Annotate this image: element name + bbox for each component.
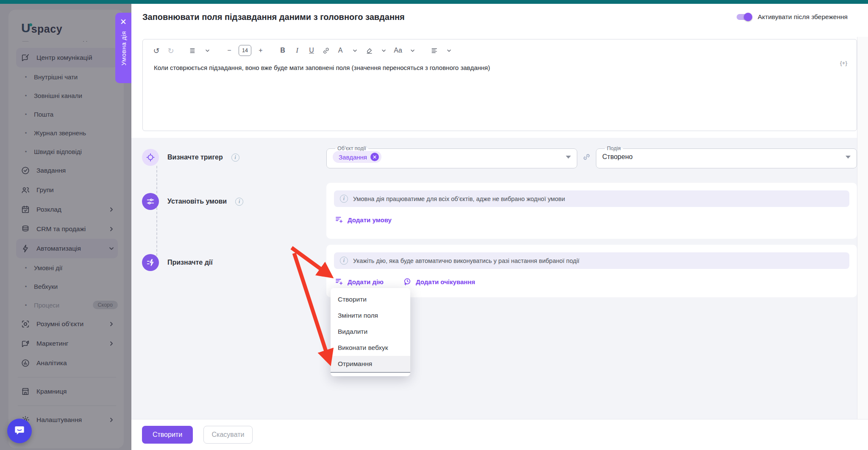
align-left-icon[interactable] bbox=[429, 45, 440, 56]
scrollbar-track[interactable] bbox=[857, 37, 868, 419]
conditions-card: i Умовна дія працюватиме для всіх об’єкт… bbox=[326, 183, 857, 239]
link-chain-icon bbox=[577, 152, 596, 162]
conditions-info-bar: i Умовна дія працюватиме для всіх об’єкт… bbox=[334, 190, 849, 207]
trigger-fields-row: Об’єкт події Завдання ✕ Подія С bbox=[326, 145, 857, 168]
modal-dim-overlay[interactable] bbox=[0, 4, 131, 450]
editor-toolbar: ↺ ↻ − 14 + B I U A bbox=[143, 39, 857, 58]
cancel-button[interactable]: Скасувати bbox=[203, 426, 253, 444]
object-chip[interactable]: Завдання ✕ bbox=[333, 151, 381, 163]
add-wait-link[interactable]: Додати очікування bbox=[403, 277, 475, 286]
line-spacing-icon[interactable] bbox=[188, 45, 198, 56]
description-editor-section: ↺ ↻ − 14 + B I U A bbox=[131, 30, 868, 138]
chevron-down-icon[interactable] bbox=[444, 45, 454, 56]
redo-icon[interactable]: ↻ bbox=[166, 45, 176, 56]
italic-button[interactable]: I bbox=[292, 45, 302, 56]
actions-lightning-icon bbox=[142, 254, 159, 271]
editor-content[interactable]: Коли стоврюється підзадання, воно вже бу… bbox=[143, 58, 857, 77]
toggle-knob bbox=[744, 13, 752, 21]
page-title: Заповнювати поля підзавдання даними з го… bbox=[142, 12, 737, 22]
main-panel: Заповнювати поля підзавдання даними з го… bbox=[131, 4, 868, 450]
menu-item-change-fields[interactable]: Змінити поля bbox=[331, 307, 410, 324]
info-icon[interactable]: i bbox=[231, 154, 239, 162]
underline-button[interactable]: U bbox=[306, 45, 317, 56]
add-action-icon bbox=[335, 277, 343, 286]
chat-bubble-icon bbox=[13, 424, 26, 438]
add-condition-link[interactable]: Додати умову bbox=[335, 215, 392, 224]
step-connector bbox=[156, 166, 157, 256]
dropdown-arrow-icon[interactable] bbox=[846, 156, 851, 159]
rich-text-editor[interactable]: ↺ ↻ − 14 + B I U A bbox=[142, 39, 857, 131]
drawer-tab-label: Умовна дія bbox=[120, 31, 127, 65]
activate-toggle[interactable] bbox=[737, 14, 751, 20]
chat-widget-button[interactable] bbox=[7, 419, 32, 443]
bold-button[interactable]: B bbox=[278, 45, 288, 56]
clock-plus-icon bbox=[403, 277, 412, 286]
action-type-menu: Створити Змінити поля Видалити Виконати … bbox=[331, 288, 410, 376]
menu-item-receiving[interactable]: Отримання bbox=[331, 356, 410, 373]
menu-item-delete[interactable]: Видалити bbox=[331, 324, 410, 340]
conditions-icon bbox=[142, 193, 159, 210]
insert-variable-token[interactable]: {+} bbox=[840, 60, 847, 66]
step-set-conditions: Установіть умови i bbox=[142, 193, 243, 210]
font-size-value[interactable]: 14 bbox=[239, 45, 251, 56]
activate-toggle-label: Активувати після збереження bbox=[758, 13, 848, 21]
arrow-to-add-action bbox=[292, 248, 324, 271]
modal-footer: Створити Скасувати bbox=[131, 419, 868, 450]
info-icon[interactable]: i bbox=[235, 198, 243, 206]
chevron-down-icon[interactable] bbox=[407, 45, 417, 56]
highlight-color-icon[interactable] bbox=[364, 45, 374, 56]
actions-info-bar: i Укажіть дію, яка буде автоматично вико… bbox=[334, 252, 849, 269]
app-screen: U spacy Компанія та люди Центр комунікац… bbox=[0, 0, 868, 450]
font-size-increase-button[interactable]: + bbox=[256, 45, 266, 56]
workflow-body: Визначте тригер i Установіть умови i При… bbox=[131, 138, 868, 419]
arrow-to-receiving bbox=[294, 253, 327, 355]
target-icon bbox=[142, 149, 159, 166]
step-define-trigger: Визначте тригер i bbox=[142, 149, 239, 166]
top-accent-bar bbox=[0, 0, 868, 4]
panel-header: Заповнювати поля підзавдання даними з го… bbox=[131, 4, 868, 30]
chevron-down-icon[interactable] bbox=[350, 45, 360, 56]
dropdown-arrow-icon[interactable] bbox=[566, 156, 571, 159]
info-icon: i bbox=[340, 257, 348, 265]
activate-toggle-group: Активувати після збереження bbox=[737, 13, 848, 21]
chevron-down-icon[interactable] bbox=[378, 45, 389, 56]
event-select[interactable]: Подія Створено bbox=[596, 145, 857, 168]
add-filter-icon bbox=[335, 215, 343, 224]
event-object-select[interactable]: Об’єкт події Завдання ✕ bbox=[326, 145, 577, 168]
link-icon[interactable] bbox=[321, 45, 331, 56]
chevron-down-icon[interactable] bbox=[202, 45, 212, 56]
font-size-decrease-button[interactable]: − bbox=[224, 45, 234, 56]
drawer-tab-conditional-action[interactable]: ✕ Умовна дія bbox=[115, 13, 131, 83]
undo-icon[interactable]: ↺ bbox=[151, 45, 161, 56]
step-assign-actions: Призначте дії bbox=[142, 254, 213, 271]
info-icon: i bbox=[340, 195, 348, 203]
add-action-link[interactable]: Додати дію bbox=[335, 277, 384, 286]
sidebar: U spacy Компанія та люди Центр комунікац… bbox=[0, 4, 131, 450]
menu-item-create[interactable]: Створити bbox=[331, 291, 410, 307]
create-button[interactable]: Створити bbox=[142, 426, 193, 444]
chip-remove-icon[interactable]: ✕ bbox=[370, 153, 379, 161]
letter-case-button[interactable]: Aa bbox=[393, 45, 403, 56]
menu-item-run-webhook[interactable]: Виконати вебхук bbox=[331, 340, 410, 356]
text-color-button[interactable]: A bbox=[335, 45, 345, 56]
close-icon[interactable]: ✕ bbox=[120, 18, 127, 26]
